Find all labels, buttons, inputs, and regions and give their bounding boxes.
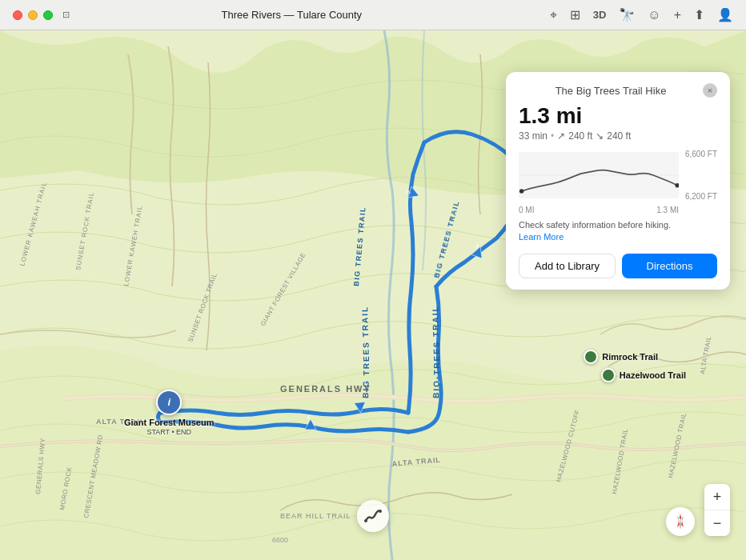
account-icon[interactable]: 👤 bbox=[717, 7, 733, 22]
distance-start-label: 0 MI bbox=[519, 206, 534, 214]
safety-info: Check safety information before hiking. … bbox=[519, 219, 717, 244]
face-icon[interactable]: ☺ bbox=[648, 8, 660, 22]
share-icon[interactable]: ⬆ bbox=[694, 7, 704, 22]
svg-text:BIG TREES TRAIL: BIG TREES TRAIL bbox=[360, 306, 371, 398]
svg-text:6600: 6600 bbox=[272, 536, 288, 544]
trail-routing-icon[interactable] bbox=[357, 500, 389, 532]
elevation-up-value: 240 ft bbox=[568, 130, 592, 142]
binoculars-icon[interactable]: 🔭 bbox=[619, 7, 635, 22]
svg-point-32 bbox=[519, 189, 523, 193]
svg-text:BIO-TREES TRAIL: BIO-TREES TRAIL bbox=[431, 305, 441, 398]
museum-marker[interactable]: i Giant Forest Museum START • END bbox=[124, 390, 214, 436]
close-card-button[interactable]: × bbox=[703, 83, 717, 98]
elevation-labels: 6,600 FT 6,200 FT bbox=[685, 150, 717, 201]
minimize-button[interactable] bbox=[28, 10, 38, 20]
close-button[interactable] bbox=[13, 10, 22, 20]
distance-labels: 0 MI 1.3 MI bbox=[519, 206, 717, 214]
rimrock-trail-marker[interactable]: Rimrock Trail bbox=[584, 350, 658, 364]
map-icon[interactable]: ⊞ bbox=[570, 7, 580, 22]
hazelwood-trail-marker[interactable]: Hazelwood Trail bbox=[601, 368, 686, 382]
distance-display: 1.3 mi 33 min • ↗ 240 ft ↘ 240 ft bbox=[519, 104, 717, 142]
distance-end-label: 1.3 MI bbox=[656, 206, 679, 214]
safety-text-content: Check safety information before hiking. bbox=[519, 220, 671, 230]
card-meta: 33 min • ↗ 240 ft ↘ 240 ft bbox=[519, 130, 717, 142]
north-indicator[interactable]: N bbox=[666, 507, 695, 536]
elevation-low-label: 6,200 FT bbox=[685, 192, 717, 201]
map-container[interactable]: › › › › GENERALS HWY ALTA TRAIL ALTA TRA… bbox=[0, 30, 746, 560]
elevation-down-value: 240 ft bbox=[607, 130, 631, 142]
rimrock-trail-label: Rimrock Trail bbox=[602, 352, 658, 362]
info-card: The Big Trees Trail Hike × 1.3 mi 33 min… bbox=[506, 72, 730, 290]
window-icon: ⊡ bbox=[62, 10, 75, 21]
svg-point-35 bbox=[379, 510, 382, 513]
elevation-chart: 6,600 FT 6,200 FT bbox=[519, 150, 717, 201]
zoom-out-button[interactable]: − bbox=[704, 510, 730, 536]
museum-sub: START • END bbox=[146, 428, 191, 436]
svg-point-34 bbox=[364, 519, 367, 522]
title-bar: ⊡ Three Rivers — Tulare County ⌖ ⊞ 3D 🔭 … bbox=[0, 0, 746, 30]
museum-icon: i bbox=[156, 390, 182, 415]
zoom-in-button[interactable]: + bbox=[704, 484, 730, 510]
duration-value: 33 min bbox=[519, 130, 547, 142]
separator-1: • bbox=[551, 130, 554, 142]
card-header: The Big Trees Trail Hike × bbox=[519, 83, 717, 98]
elevation-high-label: 6,600 FT bbox=[685, 150, 717, 158]
card-distance-value: 1.3 mi bbox=[519, 104, 717, 129]
arrow-down-icon: ↘ bbox=[596, 130, 604, 142]
learn-more-link[interactable]: Learn More bbox=[519, 232, 564, 242]
directions-button[interactable]: Directions bbox=[622, 254, 717, 278]
svg-text:GENERALS HWY: GENERALS HWY bbox=[280, 384, 371, 394]
museum-name: Giant Forest Museum bbox=[124, 418, 214, 428]
toolbar: ⌖ ⊞ 3D 🔭 ☺ + ⬆ 👤 bbox=[550, 7, 733, 22]
add-to-library-button[interactable]: Add to Library bbox=[519, 254, 616, 278]
card-title: The Big Trees Trail Hike bbox=[519, 85, 703, 97]
arrow-up-icon: ↗ bbox=[557, 130, 565, 142]
svg-text:N: N bbox=[678, 518, 682, 523]
svg-text:BEAR HILL TRAIL: BEAR HILL TRAIL bbox=[280, 512, 351, 520]
card-actions: Add to Library Directions bbox=[519, 254, 717, 278]
hazelwood-trail-label: Hazelwood Trail bbox=[620, 370, 686, 380]
elevation-svg bbox=[519, 150, 679, 201]
zoom-controls: + − bbox=[704, 484, 730, 536]
traffic-lights[interactable] bbox=[13, 10, 53, 20]
maximize-button[interactable] bbox=[43, 10, 53, 20]
window-title: Three Rivers — Tulare County bbox=[82, 9, 502, 21]
location-icon[interactable]: ⌖ bbox=[550, 8, 557, 22]
3d-label[interactable]: 3D bbox=[593, 9, 607, 21]
add-icon[interactable]: + bbox=[674, 8, 681, 22]
